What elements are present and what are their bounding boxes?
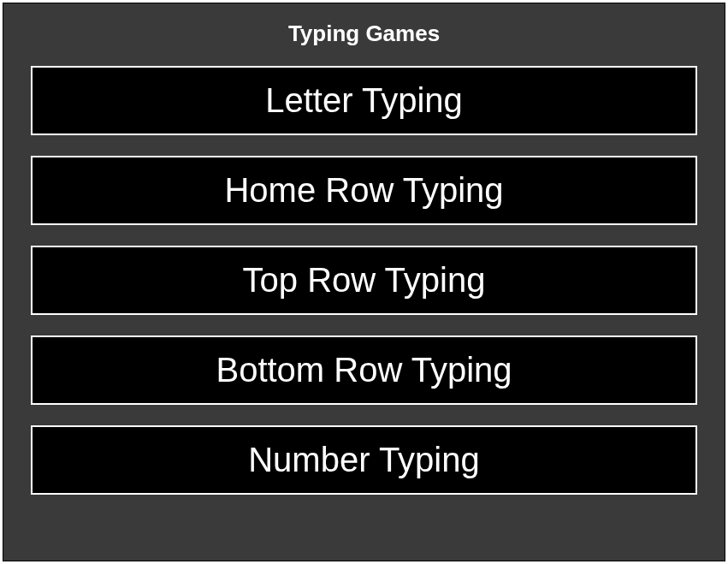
game-list: Letter Typing Home Row Typing Top Row Ty… (31, 66, 697, 495)
game-top-row-typing[interactable]: Top Row Typing (31, 246, 697, 315)
game-number-typing[interactable]: Number Typing (31, 425, 697, 495)
game-home-row-typing[interactable]: Home Row Typing (31, 156, 697, 225)
game-bottom-row-typing[interactable]: Bottom Row Typing (31, 335, 697, 405)
typing-games-panel: Typing Games Letter Typing Home Row Typi… (3, 3, 725, 561)
game-letter-typing[interactable]: Letter Typing (31, 66, 697, 135)
panel-title: Typing Games (288, 21, 440, 47)
